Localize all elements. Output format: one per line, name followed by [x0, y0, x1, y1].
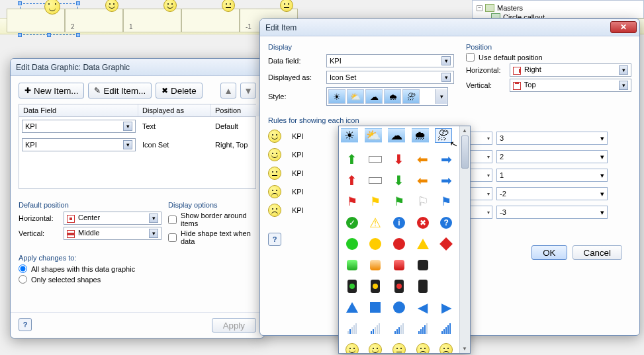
iconset-flag[interactable]: ⚑ — [412, 192, 434, 212]
iconset-arrow[interactable]: ⬆ — [341, 171, 363, 190]
iconset-light[interactable] — [412, 255, 434, 275]
icon-picker-dropdown[interactable]: ☀⛅☁🌧⛈ ⬆⬇⬅➡ ⬆⬇⬅➡ ⚑⚑⚑⚑⚑ ✓⚠i✖? ◀▶ — [338, 126, 471, 354]
shape-cell[interactable]: 1 — [123, 9, 181, 32]
iconset-symbol[interactable]: ⚠ — [365, 213, 387, 233]
col-header[interactable]: Data Field — [19, 104, 138, 116]
radio-only-selected[interactable]: Only selected shapes — [19, 275, 256, 284]
iconset-traffic[interactable] — [435, 276, 457, 296]
iconset-symbol[interactable]: ? — [435, 213, 457, 233]
iconset-bars[interactable] — [388, 319, 410, 338]
scrollbar-thumb[interactable] — [461, 136, 469, 169]
shape-cell[interactable] — [7, 9, 65, 32]
iconset-bluetri[interactable] — [388, 297, 410, 317]
iconset-bars[interactable] — [412, 319, 434, 338]
shape-cell[interactable]: 2 — [65, 9, 123, 32]
iconset-weather[interactable]: ☁ — [388, 128, 405, 143]
ok-button[interactable]: OK — [531, 245, 567, 260]
iconset-weather[interactable]: 🌧 — [412, 128, 429, 143]
iconset-light[interactable] — [435, 255, 457, 275]
iconset-arrow[interactable]: ⬇ — [388, 149, 410, 169]
grid-row[interactable]: KPI▾ Icon Set Right, Top — [19, 136, 255, 154]
displayedas-select[interactable]: Icon Set▾ — [326, 71, 454, 84]
help-icon[interactable]: ? — [268, 233, 281, 246]
use-default-check[interactable]: Use default position — [466, 53, 631, 61]
apply-button[interactable]: Apply — [212, 318, 256, 333]
iconset-flag[interactable]: ⚑ — [365, 192, 387, 212]
iconset-light[interactable] — [365, 255, 387, 275]
col-header[interactable]: Displayed as — [138, 104, 211, 116]
iconset-flag[interactable]: ⚑ — [341, 192, 363, 212]
iconset-traffic[interactable] — [341, 276, 363, 296]
iconset-traffic[interactable] — [388, 276, 410, 296]
iconset-bars[interactable] — [435, 319, 457, 338]
show-border-check[interactable]: Show border around items — [168, 212, 256, 227]
iconset-arrow[interactable] — [365, 171, 387, 190]
move-down-button[interactable]: ▼ — [240, 83, 256, 99]
chevron-down-icon[interactable]: ▾ — [436, 89, 447, 104]
iconset-flag[interactable]: ⚑ — [388, 192, 410, 212]
iconset-face[interactable] — [388, 340, 410, 353]
radio-all-shapes[interactable]: All shapes with this data graphic — [19, 264, 256, 273]
iconset-arrow[interactable]: ⬆ — [341, 149, 363, 169]
iconset-face[interactable] — [435, 340, 457, 353]
iconset-traffic[interactable] — [365, 276, 387, 296]
col-header[interactable]: Position — [211, 104, 264, 116]
edit-item-button[interactable]: ✎Edit Item... — [88, 83, 152, 99]
horizontal-select[interactable]: Right▾ — [510, 63, 631, 77]
iconset-arrow[interactable]: ⬅ — [412, 149, 434, 169]
hide-shape-check[interactable]: Hide shape text when data — [168, 229, 256, 245]
iconset-face[interactable] — [365, 340, 387, 353]
iconset-symbol[interactable]: i — [388, 213, 410, 233]
new-item-button[interactable]: ✚New Item... — [19, 83, 84, 99]
scrollbar[interactable] — [459, 126, 470, 353]
iconset-symbol[interactable]: ✓ — [341, 213, 363, 233]
iconset-weather[interactable]: ⛅ — [365, 128, 382, 143]
datafield-select[interactable]: KPI▾ — [22, 138, 136, 151]
help-icon[interactable]: ? — [19, 318, 32, 331]
iconset-face[interactable] — [412, 340, 434, 353]
dialog-title[interactable]: Edit Data Graphic: Data Graphic — [11, 59, 264, 76]
style-select[interactable]: ☀ ⛅ ☁ 🌧 ⛈ ▾ — [326, 87, 448, 106]
move-up-button[interactable]: ▲ — [220, 83, 236, 99]
iconset-bars[interactable] — [341, 319, 363, 338]
tree-node-masters[interactable]: −Masters — [477, 3, 639, 13]
datafield-select[interactable]: KPI▾ — [326, 54, 454, 67]
tree-node-child[interactable]: Circle callout — [491, 13, 639, 19]
iconset-shape[interactable] — [412, 234, 434, 254]
value-input[interactable]: -2▾ — [496, 187, 608, 200]
vertical-select[interactable]: Middle▾ — [64, 227, 161, 240]
vertical-select[interactable]: Top▾ — [510, 79, 631, 92]
iconset-shape[interactable] — [388, 234, 410, 254]
close-button[interactable]: ✕ — [610, 21, 637, 33]
cancel-button[interactable]: Cancel — [573, 245, 623, 260]
datafield-select[interactable]: KPI▾ — [22, 120, 136, 133]
iconset-bluetri[interactable] — [341, 297, 363, 317]
iconset-arrow[interactable]: ➡ — [435, 149, 457, 169]
iconset-symbol[interactable]: ✖ — [412, 213, 434, 233]
iconset-bluetri[interactable]: ▶ — [435, 297, 457, 317]
iconset-face[interactable] — [341, 340, 363, 353]
iconset-bluetri[interactable]: ◀ — [412, 297, 434, 317]
value-input[interactable]: -3▾ — [496, 206, 608, 219]
iconset-shape[interactable] — [435, 234, 457, 254]
delete-button[interactable]: ✖Delete — [156, 83, 203, 99]
shape-cell[interactable] — [181, 9, 240, 32]
value-input[interactable]: 3▾ — [496, 132, 608, 145]
dialog-title[interactable]: Edit Item ✕ — [260, 19, 639, 36]
iconset-weather[interactable]: ☀ — [341, 128, 358, 143]
iconset-traffic[interactable] — [412, 276, 434, 296]
iconset-arrow[interactable]: ⬇ — [388, 171, 410, 190]
horizontal-select[interactable]: Center▾ — [64, 212, 161, 225]
iconset-bluetri[interactable] — [365, 297, 387, 317]
iconset-light[interactable] — [341, 255, 363, 275]
expand-icon[interactable]: − — [477, 5, 483, 11]
iconset-flag[interactable]: ⚑ — [435, 192, 457, 212]
iconset-bars[interactable] — [365, 319, 387, 338]
iconset-arrow[interactable]: ➡ — [435, 171, 457, 190]
value-input[interactable]: 1▾ — [496, 169, 608, 182]
iconset-shape[interactable] — [365, 234, 387, 254]
iconset-arrow[interactable]: ⬅ — [412, 171, 434, 190]
iconset-shape[interactable] — [341, 234, 363, 254]
value-input[interactable]: 2▾ — [496, 150, 608, 163]
iconset-arrow[interactable] — [365, 149, 387, 169]
